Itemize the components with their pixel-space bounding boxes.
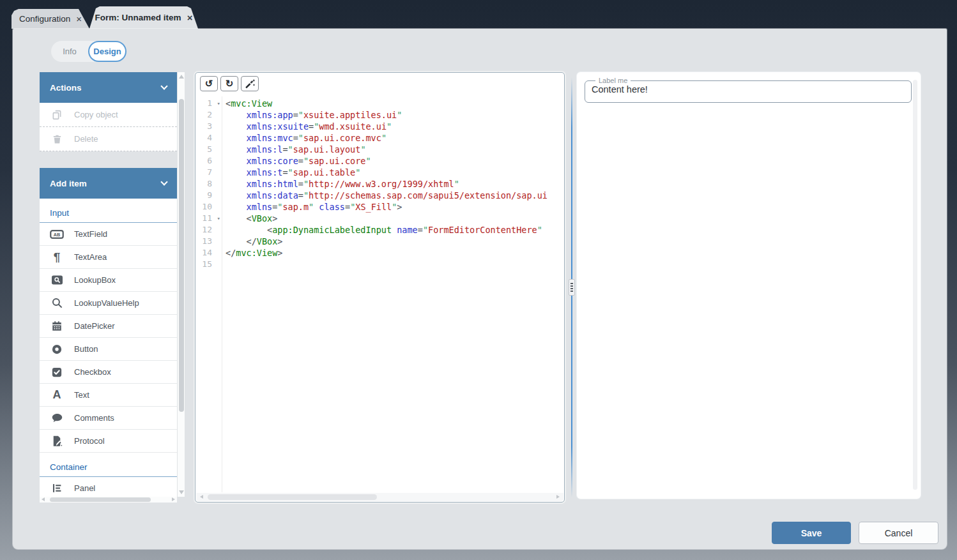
- line-number: 13: [195, 236, 222, 247]
- sidebar-vertical-scrollbar[interactable]: [178, 72, 185, 497]
- code-line: xmlns:data="http://schemas.sap.com/sapui…: [226, 190, 564, 201]
- toggle-info[interactable]: Info: [51, 47, 88, 56]
- chevron-down-icon: [160, 178, 167, 185]
- format-button[interactable]: [241, 76, 259, 91]
- textfield-icon: AB: [50, 229, 64, 240]
- code-line: xmlns:l="sap.ui.layout": [226, 144, 564, 155]
- scroll-left-arrow-icon[interactable]: [42, 497, 45, 501]
- line-number: 10: [195, 201, 222, 213]
- item-label: Protocol: [74, 436, 105, 446]
- textarea-icon: ¶: [50, 250, 64, 264]
- section-container: Container: [40, 458, 177, 477]
- code-line: xmlns:core="sap.ui.core": [226, 155, 564, 167]
- redo-button[interactable]: ↻: [220, 76, 238, 91]
- svg-text:AB: AB: [54, 232, 60, 238]
- scroll-up-arrow-icon[interactable]: [179, 75, 184, 79]
- checkbox-icon: [50, 367, 64, 378]
- code-content[interactable]: <mvc:View xmlns:app="xsuite.apptiles.ui"…: [222, 96, 564, 492]
- line-number: 6: [195, 155, 222, 167]
- content-window: Info Design Actions Copy objectDelete Ad…: [13, 29, 947, 549]
- editor-gutter: 1▾234567891011▾12131415: [195, 96, 222, 492]
- close-icon[interactable]: ×: [76, 14, 82, 24]
- code-line: xmlns:html="http://www.w3.org/1999/xhtml…: [226, 178, 564, 190]
- item-label: Checkbox: [74, 367, 111, 377]
- scroll-right-arrow-icon[interactable]: [172, 497, 175, 501]
- scroll-right-arrow-icon[interactable]: [556, 495, 560, 499]
- lookupbox-icon: [50, 275, 64, 285]
- chevron-down-icon: [160, 82, 167, 89]
- add-item-textfield[interactable]: ABTextField: [40, 223, 177, 246]
- field-value: Content here!: [592, 84, 905, 95]
- item-label: DatePicker: [74, 321, 115, 331]
- line-number: 14: [195, 247, 222, 259]
- datepicker-icon: [50, 321, 64, 332]
- add-item-textarea[interactable]: ¶TextArea: [40, 246, 177, 269]
- item-label: Copy object: [74, 110, 118, 119]
- add-item-text[interactable]: AText: [40, 384, 177, 407]
- add-item-panel[interactable]: Panel: [40, 477, 177, 497]
- scrollbar-thumb[interactable]: [50, 497, 151, 502]
- item-label: Delete: [74, 134, 98, 144]
- scroll-down-arrow-icon[interactable]: [179, 490, 184, 494]
- tab-form-unnamed-item[interactable]: Form: Unnamed item ×: [89, 6, 198, 29]
- action-delete[interactable]: Delete: [40, 127, 177, 151]
- splitter-grip-icon[interactable]: [569, 279, 575, 296]
- editor-area[interactable]: 1▾234567891011▾12131415 <mvc:View xmlns:…: [195, 96, 564, 492]
- code-line: xmlns="sap.m" class="XS_Fill">: [226, 201, 564, 213]
- add-item-button[interactable]: Button: [40, 338, 177, 361]
- action-copy-object[interactable]: Copy object: [40, 103, 177, 127]
- fold-arrow-icon[interactable]: ▾: [217, 98, 220, 109]
- trash-icon: [50, 133, 64, 145]
- line-number: 9: [195, 190, 222, 201]
- sidebar: Actions Copy objectDelete Add item Input…: [40, 72, 185, 503]
- line-number: 1▾: [195, 98, 222, 109]
- add-item-comments[interactable]: Comments: [40, 407, 177, 430]
- line-number: 4: [195, 132, 222, 144]
- scrollbar-thumb[interactable]: [208, 494, 377, 500]
- section-input: Input: [40, 204, 177, 223]
- actions-list: Copy objectDelete: [40, 103, 177, 151]
- add-item-datepicker[interactable]: DatePicker: [40, 315, 177, 338]
- line-number: 3: [195, 121, 222, 132]
- actions-header[interactable]: Actions: [40, 72, 177, 103]
- copy-icon: [50, 109, 64, 121]
- code-line: </mvc:View>: [226, 247, 564, 259]
- item-label: LookupBox: [74, 275, 116, 285]
- item-label: LookupValueHelp: [74, 298, 139, 308]
- editor-toolbar: ↺↻: [195, 73, 564, 95]
- add-item-header[interactable]: Add item: [40, 168, 177, 199]
- cancel-button[interactable]: Cancel: [859, 522, 938, 544]
- undo-icon: ↺: [205, 78, 213, 89]
- labeled-input-field[interactable]: Label me Content here!: [585, 77, 912, 103]
- panel-gap: [40, 151, 177, 168]
- splitter-handle[interactable]: [568, 72, 576, 503]
- add-item-lookupvaluehelp[interactable]: LookupValueHelp: [40, 292, 177, 315]
- sidebar-horizontal-scrollbar[interactable]: [40, 497, 177, 503]
- line-number: 8: [195, 178, 222, 190]
- line-number: 2: [195, 109, 222, 121]
- undo-button[interactable]: ↺: [200, 76, 218, 91]
- add-item-checkbox[interactable]: Checkbox: [40, 361, 177, 384]
- editor-horizontal-scrollbar[interactable]: [196, 493, 563, 501]
- preview-scrollbar[interactable]: [913, 80, 917, 490]
- lookupvaluehelp-icon: [50, 297, 64, 309]
- add-item-protocol[interactable]: Protocol: [40, 430, 177, 453]
- comments-icon: [50, 412, 64, 423]
- tab-configuration[interactable]: Configuration ×: [11, 9, 89, 29]
- fold-arrow-icon[interactable]: ▾: [217, 213, 220, 224]
- scroll-left-arrow-icon[interactable]: [200, 495, 203, 499]
- add-item-list: InputABTextField¶TextAreaLookupBoxLookup…: [40, 199, 177, 497]
- add-item-lookupbox[interactable]: LookupBox: [40, 269, 177, 292]
- save-button[interactable]: Save: [772, 522, 851, 544]
- code-line: <mvc:View: [226, 98, 564, 109]
- scrollbar-thumb[interactable]: [179, 99, 184, 412]
- actions-title: Actions: [50, 83, 82, 93]
- protocol-icon: [50, 435, 64, 447]
- toggle-design[interactable]: Design: [88, 41, 126, 62]
- field-label: Label me: [595, 77, 631, 84]
- code-line: <VBox>: [226, 213, 564, 224]
- item-label: Text: [74, 390, 89, 400]
- preview-panel: Label me Content here!: [577, 72, 921, 499]
- tab-label: Form: Unnamed item: [95, 13, 181, 22]
- close-icon[interactable]: ×: [187, 13, 193, 22]
